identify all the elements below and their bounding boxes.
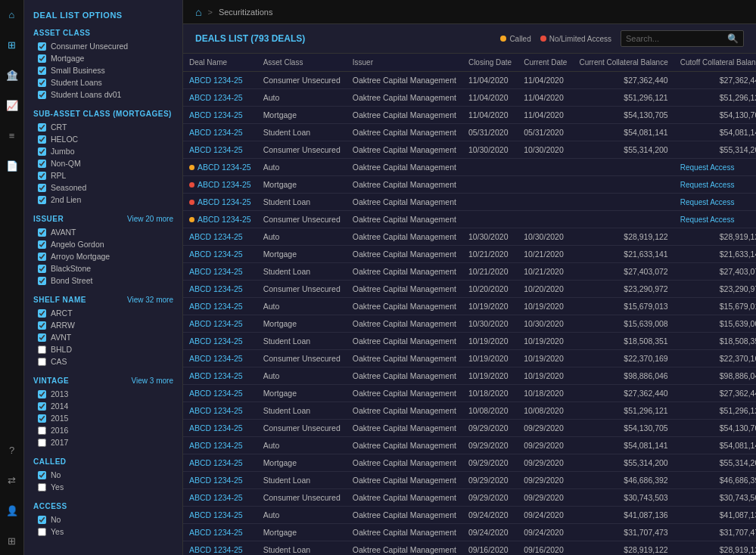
- request-access-link[interactable]: Request Access: [680, 198, 735, 206]
- checkbox-non-qm[interactable]: [38, 160, 46, 168]
- deal-link[interactable]: ABCD 1234-25: [189, 423, 243, 433]
- checkbox-item-cas[interactable]: CAS: [24, 355, 182, 367]
- deal-link[interactable]: ABCD 1234-25: [189, 284, 243, 293]
- deal-name-cell[interactable]: ABCD 1234-25: [183, 402, 257, 420]
- deal-link[interactable]: ABCD 1234-25: [198, 197, 251, 206]
- deal-link[interactable]: ABCD 1234-25: [189, 302, 243, 311]
- cutoff-balance-cell[interactable]: Request Access: [674, 211, 756, 228]
- deal-link[interactable]: ABCD 1234-25: [189, 510, 243, 519]
- deal-link[interactable]: ABCD 1234-25: [198, 215, 251, 224]
- view-more-issuer[interactable]: View 20 more: [127, 215, 173, 223]
- checkbox-avant[interactable]: [38, 228, 46, 237]
- checkbox-yes[interactable]: [38, 528, 46, 536]
- checkbox-2nd-lien[interactable]: [38, 196, 46, 204]
- checkbox-2017[interactable]: [38, 439, 46, 447]
- deal-name-cell[interactable]: ABCD 1234-25: [183, 89, 257, 107]
- checkbox-item-bhld[interactable]: BHLD: [24, 343, 182, 355]
- checkbox-item-2016[interactable]: 2016: [24, 424, 182, 436]
- checkbox-arct[interactable]: [38, 309, 46, 318]
- checkbox-mortgage[interactable]: [38, 54, 46, 63]
- deal-link[interactable]: ABCD 1234-25: [198, 180, 251, 189]
- checkbox-2016[interactable]: [38, 426, 46, 435]
- deal-name-cell[interactable]: ABCD 1234-25: [183, 246, 257, 263]
- view-more-shelf-name[interactable]: View 32 more: [127, 296, 173, 304]
- checkbox-item-student-loans[interactable]: Student Loans: [24, 76, 182, 88]
- checkbox-item-consumer-unsecured[interactable]: Consumer Unsecured: [24, 40, 182, 52]
- checkbox-item-2015[interactable]: 2015: [24, 412, 182, 424]
- deal-link[interactable]: ABCD 1234-25: [189, 354, 243, 363]
- checkbox-item-yes[interactable]: Yes: [24, 481, 182, 493]
- checkbox-2015[interactable]: [38, 414, 46, 423]
- arrows-nav-icon[interactable]: ⇄: [4, 472, 20, 488]
- checkbox-item-crt[interactable]: CRT: [24, 121, 182, 133]
- checkbox-heloc[interactable]: [38, 135, 46, 144]
- deal-name-cell[interactable]: ABCD 1234-25: [183, 524, 257, 541]
- checkbox-item-arroyo-mortgage[interactable]: Arroyo Mortgage: [24, 250, 182, 262]
- deal-link[interactable]: ABCD 1234-25: [189, 110, 243, 119]
- deal-name-cell[interactable]: ABCD 1234-25: [183, 159, 257, 176]
- checkbox-item-no[interactable]: No: [24, 469, 182, 481]
- bank-nav-icon[interactable]: 🏦: [4, 67, 20, 83]
- deal-link[interactable]: ABCD 1234-25: [189, 76, 243, 85]
- deal-link[interactable]: ABCD 1234-25: [189, 336, 243, 346]
- deal-name-cell[interactable]: ABCD 1234-25: [183, 263, 257, 281]
- deal-link[interactable]: ABCD 1234-25: [189, 371, 243, 380]
- checkbox-arroyo-mortgage[interactable]: [38, 253, 46, 261]
- checkbox-item-no[interactable]: No: [24, 513, 182, 526]
- deal-name-cell[interactable]: ABCD 1234-25: [183, 472, 257, 489]
- checkbox-item-avnt[interactable]: AVNT: [24, 331, 182, 343]
- deal-link[interactable]: ABCD 1234-25: [198, 163, 251, 172]
- checkbox-item-arct[interactable]: ARCT: [24, 307, 182, 319]
- search-box[interactable]: 🔍: [621, 30, 744, 47]
- checkbox-seasoned[interactable]: [38, 184, 46, 192]
- deal-link[interactable]: ABCD 1234-25: [189, 545, 243, 554]
- deal-name-cell[interactable]: ABCD 1234-25: [183, 437, 257, 454]
- request-access-link[interactable]: Request Access: [680, 181, 735, 189]
- deal-name-cell[interactable]: ABCD 1234-25: [183, 228, 257, 246]
- checkbox-item-jumbo[interactable]: Jumbo: [24, 145, 182, 157]
- deal-name-cell[interactable]: ABCD 1234-25: [183, 211, 257, 228]
- deal-name-cell[interactable]: ABCD 1234-25: [183, 541, 257, 556]
- checkbox-item-2013[interactable]: 2013: [24, 388, 182, 400]
- search-input[interactable]: [626, 34, 724, 43]
- cutoff-balance-cell[interactable]: Request Access: [674, 194, 756, 211]
- checkbox-arrw[interactable]: [38, 321, 46, 330]
- deal-link[interactable]: ABCD 1234-25: [189, 128, 243, 137]
- home-nav-icon[interactable]: ⌂: [4, 6, 20, 23]
- checkbox-item-arrw[interactable]: ARRW: [24, 319, 182, 331]
- checkbox-bhld[interactable]: [38, 346, 46, 354]
- checkbox-item-seasoned[interactable]: Seasoned: [24, 181, 182, 194]
- checkbox-no[interactable]: [38, 516, 46, 524]
- question-nav-icon[interactable]: ?: [4, 442, 20, 458]
- deal-name-cell[interactable]: ABCD 1234-25: [183, 454, 257, 472]
- deal-link[interactable]: ABCD 1234-25: [189, 528, 243, 537]
- deal-link[interactable]: ABCD 1234-25: [189, 476, 243, 485]
- checkbox-item-mortgage[interactable]: Mortgage: [24, 52, 182, 64]
- checkbox-item-heloc[interactable]: HELOC: [24, 133, 182, 145]
- deal-link[interactable]: ABCD 1234-25: [189, 493, 243, 502]
- checkbox-jumbo[interactable]: [38, 147, 46, 156]
- checkbox-item-angelo-gordon[interactable]: Angelo Gordon: [24, 238, 182, 250]
- deal-name-cell[interactable]: ABCD 1234-25: [183, 367, 257, 385]
- deal-link[interactable]: ABCD 1234-25: [189, 145, 243, 154]
- checkbox-consumer-unsecured[interactable]: [38, 42, 46, 51]
- deal-link[interactable]: ABCD 1234-25: [189, 250, 243, 259]
- file-nav-icon[interactable]: 📄: [4, 157, 20, 174]
- checkbox-item-bond-street[interactable]: Bond Street: [24, 274, 182, 287]
- deal-name-cell[interactable]: ABCD 1234-25: [183, 350, 257, 367]
- deal-name-cell[interactable]: ABCD 1234-25: [183, 141, 257, 159]
- deal-name-cell[interactable]: ABCD 1234-25: [183, 420, 257, 437]
- apps-nav-icon[interactable]: ⊞: [4, 532, 20, 549]
- checkbox-yes[interactable]: [38, 483, 46, 491]
- checkbox-item-small-business[interactable]: Small Business: [24, 64, 182, 76]
- view-more-vintage[interactable]: View 3 more: [132, 377, 173, 385]
- list-nav-icon[interactable]: ≡: [4, 127, 20, 144]
- deal-link[interactable]: ABCD 1234-25: [189, 406, 243, 415]
- deal-name-cell[interactable]: ABCD 1234-25: [183, 107, 257, 124]
- deal-link[interactable]: ABCD 1234-25: [189, 441, 243, 450]
- deal-name-cell[interactable]: ABCD 1234-25: [183, 72, 257, 89]
- checkbox-blackstone[interactable]: [38, 265, 46, 273]
- checkbox-cas[interactable]: [38, 358, 46, 366]
- checkbox-rpl[interactable]: [38, 172, 46, 180]
- cutoff-balance-cell[interactable]: Request Access: [674, 176, 756, 194]
